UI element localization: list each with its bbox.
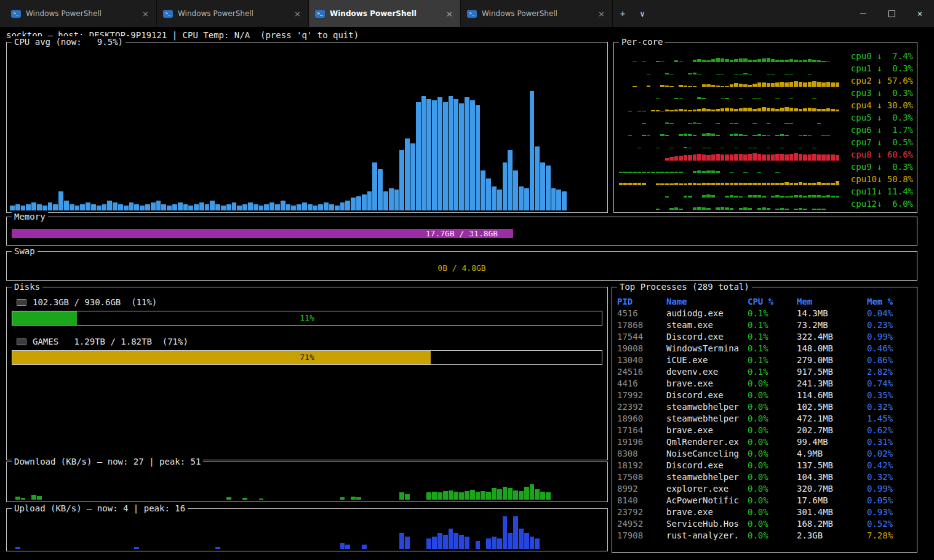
col-pid: PID xyxy=(617,296,666,308)
cell-cpu: 0.0% xyxy=(748,471,797,483)
core-sparkline xyxy=(619,127,839,136)
chart-bar xyxy=(31,495,36,500)
cell-pid: 17544 xyxy=(617,331,666,343)
core-label: cpu9 ↓ 0.3% xyxy=(843,161,913,173)
cell-pid: 17508 xyxy=(617,471,666,483)
upload-chart xyxy=(10,516,604,549)
cell-cpu: 0.1% xyxy=(748,343,797,354)
chart-bar xyxy=(37,496,42,500)
chart-bar xyxy=(221,206,226,210)
chart-bar xyxy=(826,82,830,87)
process-row: 23792brave.exe0.0%301.4MB0.93% xyxy=(617,506,914,518)
tab-windows-powershell[interactable]: >_Windows PowerShell× xyxy=(157,0,309,27)
new-tab-button[interactable]: + xyxy=(613,0,633,27)
chart-bar xyxy=(426,492,431,500)
core-label: cpu7 ↓ 0.5% xyxy=(843,137,913,148)
cell-mem: 17.6MB xyxy=(797,495,867,506)
titlebar-drag-area[interactable] xyxy=(652,0,849,27)
chart-bar xyxy=(53,204,58,210)
chart-bar xyxy=(242,498,247,500)
cell-name: QmlRenderer.ex xyxy=(666,436,748,448)
process-row: 24952ServiceHub.Hos0.0%168.2MB0.52% xyxy=(617,518,914,530)
chart-bar xyxy=(443,535,448,549)
chart-bar xyxy=(481,491,485,500)
chart-bar xyxy=(362,545,367,549)
minimize-button[interactable] xyxy=(849,0,877,27)
chart-bar xyxy=(503,516,508,549)
core-label: cpu3 ↓ 0.3% xyxy=(843,87,913,99)
maximize-button[interactable] xyxy=(877,0,906,27)
process-row: 13040iCUE.exe0.1%279.0MB0.86% xyxy=(617,354,914,366)
chart-bar xyxy=(107,201,112,210)
chart-bar xyxy=(794,81,797,87)
col-mem: Mem xyxy=(797,296,867,308)
tab-dropdown-button[interactable]: ∨ xyxy=(633,0,652,27)
cell-mem: 917.5MB xyxy=(797,366,867,378)
chart-bar xyxy=(720,154,724,161)
tab-close-icon[interactable]: × xyxy=(597,9,606,18)
cell-mem-percent: 0.52% xyxy=(867,518,914,530)
process-row: 4416brave.exe0.0%241.3MB0.74% xyxy=(617,378,914,390)
core-row: cpu0 ↓ 7.4% xyxy=(619,50,913,62)
chart-bar xyxy=(356,497,361,500)
chart-bar xyxy=(481,170,485,210)
chart-bar xyxy=(302,202,307,210)
chart-bar xyxy=(836,82,839,87)
core-row: cpu1 ↓ 0.3% xyxy=(619,62,913,74)
chart-bar xyxy=(706,208,710,210)
cell-mem-percent: 0.74% xyxy=(867,378,914,390)
swap-usage-label: 0B / 4.8GB xyxy=(12,263,912,273)
cell-cpu: 0.0% xyxy=(748,506,797,518)
cell-cpu: 0.0% xyxy=(748,378,797,390)
chart-bar xyxy=(789,82,793,87)
process-row: 22392steamwebhelper0.0%102.5MB0.32% xyxy=(617,401,914,413)
chart-bar xyxy=(831,154,834,161)
cell-mem: 279.0MB xyxy=(797,354,867,366)
chart-bar xyxy=(432,537,437,549)
cell-mem: 472.1MB xyxy=(797,413,867,425)
core-label: cpu10↓ 50.8% xyxy=(843,174,913,185)
chart-bar xyxy=(215,204,220,210)
cell-cpu: 0.0% xyxy=(748,390,797,401)
chart-bar xyxy=(679,209,682,210)
tab-windows-powershell[interactable]: >_Windows PowerShell× xyxy=(309,0,461,27)
cell-name: steam.exe xyxy=(666,319,748,331)
process-table: PID Name CPU % Mem Mem % 4516audiodg.exe… xyxy=(617,296,914,550)
tab-label: Windows PowerShell xyxy=(26,9,136,18)
chart-bar xyxy=(730,154,733,161)
cell-mem-percent: 0.02% xyxy=(867,448,914,460)
close-button[interactable]: × xyxy=(906,0,934,27)
tab-windows-powershell[interactable]: >_Windows PowerShell× xyxy=(461,0,613,27)
cell-pid: 8308 xyxy=(617,448,666,460)
download-chart xyxy=(10,470,604,500)
cell-cpu: 0.0% xyxy=(748,518,797,530)
tab-windows-powershell[interactable]: >_Windows PowerShell× xyxy=(5,0,157,27)
cell-mem-percent: 0.46% xyxy=(867,343,914,354)
tab-close-icon[interactable]: × xyxy=(445,9,454,18)
core-row: cpu6 ↓ 1.7% xyxy=(619,124,913,136)
chart-bar xyxy=(757,82,761,87)
disk-usage-percent: 11% xyxy=(12,311,602,325)
core-sparkline xyxy=(619,151,839,161)
core-label: cpu8 ↓ 60.6% xyxy=(843,149,913,161)
chart-bar xyxy=(264,204,269,210)
tab-close-icon[interactable]: × xyxy=(141,9,150,18)
chart-bar xyxy=(205,204,210,210)
core-sparkline xyxy=(619,176,839,185)
chart-bar xyxy=(771,154,775,161)
chart-bar xyxy=(367,191,372,210)
cell-pid: 19196 xyxy=(617,436,666,448)
chart-bar xyxy=(80,204,85,210)
chart-bar xyxy=(459,103,464,210)
cell-cpu: 0.0% xyxy=(748,460,797,471)
cpu-avg-title: CPU avg (now: 9.5%) xyxy=(12,36,126,47)
cell-mem: 322.4MB xyxy=(797,331,867,343)
chart-bar xyxy=(836,155,839,161)
upload-panel: Upload (KB/s) — now: 4 | peak: 16 xyxy=(6,508,608,551)
tab-close-icon[interactable]: × xyxy=(293,9,302,18)
chart-bar xyxy=(775,154,779,161)
disks-title: Disks xyxy=(12,281,42,292)
disk-item: 102.3GB / 930.6GB (11%)11% xyxy=(12,296,602,326)
chart-bar xyxy=(118,204,123,210)
core-sparkline xyxy=(619,90,839,99)
